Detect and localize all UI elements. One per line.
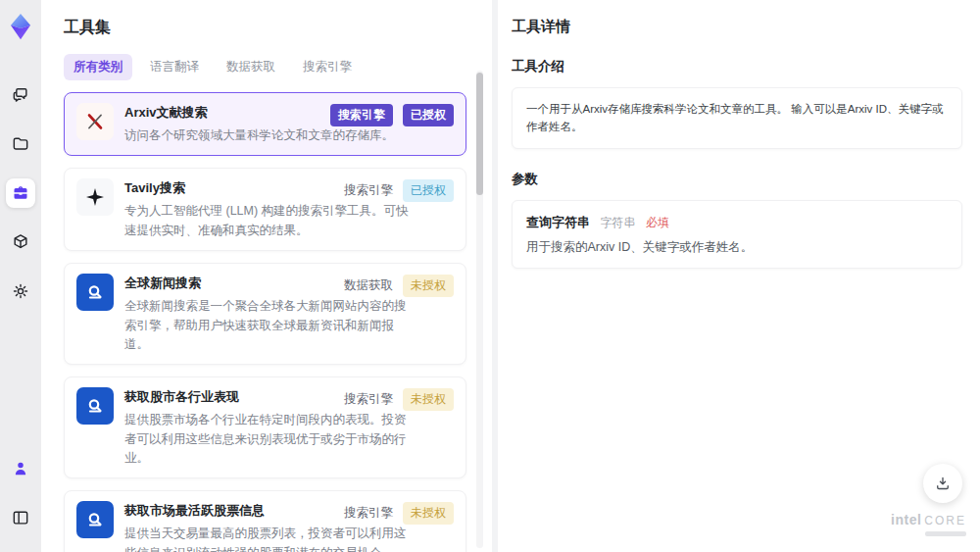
tab-search-engine[interactable]: 搜索引擎 [293,54,362,80]
auth-status-badge: 已授权 [403,179,454,202]
app-logo-icon [6,12,35,41]
panel-toggle-icon [11,508,30,527]
tool-intro-text: 一个用于从Arxiv存储库搜索科学论文和文章的工具。 输入可以是Arxiv ID… [526,100,948,136]
param-name: 查询字符串 [526,215,590,229]
tool-card-most-active-stocks[interactable]: 获取市场最活跃股票信息 提供当天交易量最高的股票列表，投资者可以利用这些信息来识… [64,490,466,552]
auth-status-badge: 未授权 [403,275,454,297]
tool-list-panel: 工具集 所有类别 语言翻译 数据获取 搜索引擎 Arxiv文献搜索 访问各个研究… [41,0,492,552]
news-search-icon [76,274,114,311]
category-badge: 数据获取 [344,277,393,294]
tool-list-scrollbar[interactable] [476,71,483,548]
sidebar-item-chat[interactable] [6,80,35,110]
download-button[interactable] [923,464,962,503]
tool-intro-box: 一个用于从Arxiv存储库搜索科学论文和文章的工具。 输入可以是Arxiv ID… [512,87,962,149]
intel-core-watermark: intelCORE [891,511,966,536]
detail-panel-title: 工具详情 [512,18,962,36]
sidebar-item-tools-active[interactable] [6,178,35,208]
auth-status-badge: 未授权 [403,388,454,411]
tool-description: 访问各个研究领域大量科学论文和文章的存储库。 [124,126,411,145]
page-title: 工具集 [64,18,466,38]
tool-detail-panel: 工具详情 工具介绍 一个用于从Arxiv存储库搜索科学论文和文章的工具。 输入可… [498,0,980,552]
brand-intel: intel [891,512,921,527]
tab-data-fetch[interactable]: 数据获取 [217,54,285,80]
category-badge: 搜索引擎 [344,391,393,408]
arxiv-logo-icon [76,103,114,140]
param-required-flag: 必填 [646,216,669,229]
sidebar-item-account[interactable] [6,454,35,483]
tool-description: 提供股票市场各个行业在特定时间段内的表现。投资者可以利用这些信息来识别表现优于或… [124,411,411,468]
tool-list: Arxiv文献搜索 访问各个研究领域大量科学论文和文章的存储库。 搜索引擎 已授… [64,92,466,552]
sidebar-item-plugins[interactable] [6,227,35,257]
user-icon [11,459,30,478]
sidebar-item-settings[interactable] [6,276,35,306]
auth-status-badge: 已授权 [403,104,454,126]
stock-search-icon [76,387,114,425]
chat-icon [11,85,30,105]
parameter-box: 查询字符串 字符串 必填 用于搜索的Arxiv ID、关键字或作者姓名。 [512,200,962,269]
category-badge: 搜索引擎 [344,182,393,199]
tool-description: 提供当天交易量最高的股票列表，投资者可以利用这些信息来识别流动性强的股票和潜在的… [124,525,411,552]
brand-underline [925,531,966,536]
category-badge: 搜索引擎 [344,505,393,522]
intro-section-heading: 工具介绍 [512,58,962,75]
gear-icon [11,281,30,301]
sidebar-item-collapse-panel[interactable] [6,503,35,532]
scrollbar-thumb[interactable] [476,73,483,195]
folder-icon [11,134,30,154]
cube-icon [11,232,30,252]
category-badge: 搜索引擎 [330,104,393,126]
tool-card-arxiv[interactable]: Arxiv文献搜索 访问各个研究领域大量科学论文和文章的存储库。 搜索引擎 已授… [64,92,466,156]
tavily-star-icon [76,178,114,216]
param-description: 用于搜索的Arxiv ID、关键字或作者姓名。 [526,239,948,256]
category-tabs: 所有类别 语言翻译 数据获取 搜索引擎 [64,54,466,80]
tool-card-sector-performance[interactable]: 获取股市各行业表现 提供股票市场各个行业在特定时间段内的表现。投资者可以利用这些… [64,376,466,478]
briefcase-icon [11,183,30,203]
tool-description: 专为人工智能代理 (LLM) 构建的搜索引擎工具。可快速提供实时、准确和真实的结… [124,202,411,240]
auth-status-badge: 未授权 [403,502,454,525]
param-type: 字符串 [600,216,635,229]
tab-language-translate[interactable]: 语言翻译 [140,54,209,80]
left-sidebar [0,0,41,552]
tool-card-global-news[interactable]: 全球新闻搜索 全球新闻搜索是一个聚合全球各大新闻网站内容的搜索引擎，帮助用户快速… [64,263,466,365]
tool-card-tavily[interactable]: Tavily搜索 专为人工智能代理 (LLM) 构建的搜索引擎工具。可快速提供实… [64,168,466,251]
params-section-heading: 参数 [512,171,962,188]
sidebar-item-files[interactable] [6,129,35,159]
brand-core: CORE [924,514,966,527]
tool-description: 全球新闻搜索是一个聚合全球各大新闻网站内容的搜索引擎，帮助用户快速获取全球最新资… [124,297,411,354]
tab-all-categories[interactable]: 所有类别 [64,54,132,80]
stock-search-icon [76,501,114,538]
download-icon [934,475,952,492]
